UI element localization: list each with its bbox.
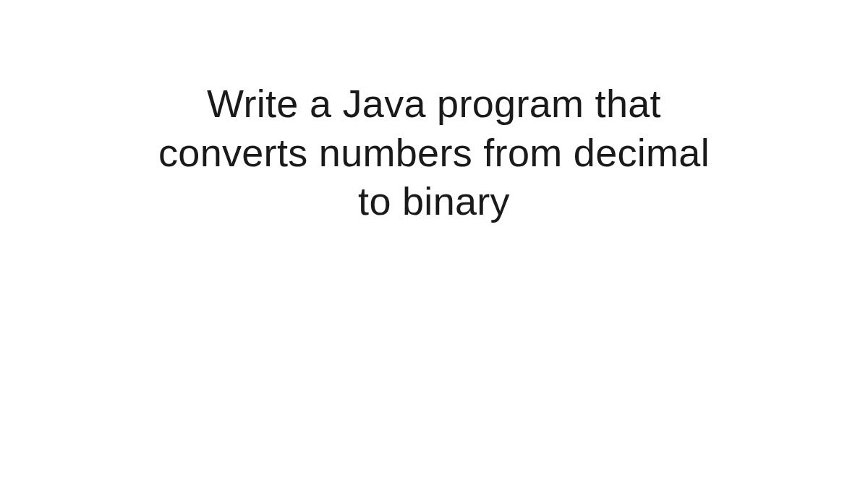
slide-text-block: Write a Java program that converts numbe… [72, 80, 796, 226]
text-line-1: Write a Java program that [207, 82, 661, 125]
slide-content: Write a Java program that converts numbe… [0, 80, 868, 226]
text-line-3: to binary [358, 179, 510, 223]
text-line-2: converts numbers from decimal [158, 131, 710, 174]
